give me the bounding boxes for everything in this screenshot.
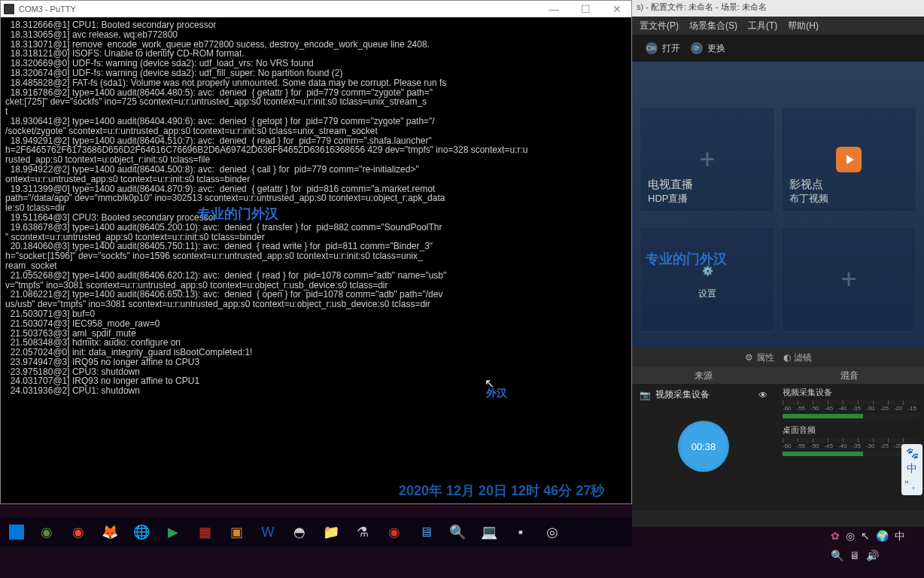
timer-disc: 00:38 [678, 421, 729, 472]
tile-settings[interactable]: ⚙️ 设置 [640, 227, 775, 332]
taskbar-firefox-icon[interactable]: 🦊 [101, 523, 119, 541]
taskbar-bubbles-icon[interactable]: ⚗ [354, 523, 372, 541]
replace-button[interactable]: ⟳更换 [691, 42, 725, 55]
tray-display-icon[interactable]: 🖥 [850, 549, 860, 561]
tray-cursor-icon[interactable]: ↖ [861, 530, 870, 543]
obs-toolbar: OK打开 ⟳更换 [632, 35, 924, 62]
tray-volume-icon[interactable]: 🔊 [866, 549, 879, 561]
comma-icon[interactable]: "， [905, 479, 919, 492]
timestamp-overlay: 2020年 12月 20日 12时 46分 27秒 [399, 482, 604, 500]
putty-window: COM3 - PuTTY — ☐ ✕ 18.312666@1] CPU1: Bo… [0, 0, 632, 504]
taskbar-steam-icon[interactable]: ◓ [290, 523, 309, 541]
preview-area: + 电视直播 HDP直播 影视点 布丁视频 ⚙️ 设置 + [632, 62, 924, 348]
taskbar-putty-icon[interactable]: ▪ [512, 523, 530, 541]
minimize-button[interactable]: — [543, 3, 565, 15]
tile-empty-1[interactable]: + [781, 227, 916, 332]
taskbar-app2-icon[interactable]: ▣ [227, 523, 245, 541]
taskbar-red-icon[interactable]: ◉ [385, 523, 403, 541]
plus-icon: + [840, 263, 856, 295]
camera-icon: 📷 [640, 390, 651, 400]
terminal-output[interactable]: 18.312666@1] CPU1: Booted secondary proc… [1, 17, 631, 399]
putty-titlebar[interactable]: COM3 - PuTTY — ☐ ✕ [1, 1, 631, 17]
gear-icon: ⚙️ [695, 259, 719, 283]
open-button[interactable]: OK打开 [646, 42, 680, 55]
taskbar[interactable]: ◉ ◉ 🦊 🌐 ▶ ▦ ▣ W ◓ 📁 ⚗ ◉ 🖥 🔍 💻 ▪ ◎ [0, 518, 632, 546]
tray-ime[interactable]: 中 [895, 530, 905, 543]
tray-search-icon[interactable]: 🔍 [831, 549, 843, 561]
putty-icon [4, 4, 14, 14]
source-item-video[interactable]: 📷 视频采集设备 👁 [632, 384, 775, 406]
putty-title: COM3 - PuTTY [19, 5, 76, 14]
taskbar-search-icon[interactable]: 🔍 [448, 523, 467, 541]
tray-flower-icon[interactable]: ✿ [831, 530, 840, 543]
tray-globe-icon[interactable]: 🌍 [876, 530, 889, 543]
obs-menubar: 置文件(P) 场景集合(S) 工具(T) 帮助(H) [632, 17, 924, 35]
obs-titlebar[interactable]: s) - 配置文件: 未命名 - 场景: 未命名 [632, 0, 924, 17]
menu-scene-set[interactable]: 场景集合(S) [689, 20, 737, 32]
taskbar-system-icon[interactable]: 💻 [480, 523, 498, 541]
tile-movie[interactable]: 影视点 布丁视频 [781, 107, 916, 212]
menu-help[interactable]: 帮助(H) [788, 20, 819, 32]
maximize-button[interactable]: ☐ [574, 3, 597, 15]
source-header: 来源 [632, 367, 775, 384]
obs-midbar: 属性 滤镜 [632, 348, 924, 367]
taskbar-chrome-icon[interactable]: 🌐 [132, 523, 150, 541]
taskbar-monitor-icon[interactable]: 🖥 [417, 523, 435, 541]
ime-label[interactable]: 中 [907, 462, 917, 476]
mixer-video-src[interactable]: 视频采集设备 -60-55-50-45-40-35-30-25-20-15 [775, 384, 924, 421]
obs-window: s) - 配置文件: 未命名 - 场景: 未命名 置文件(P) 场景集合(S) … [632, 0, 924, 527]
taskbar-word-icon[interactable]: W [259, 523, 277, 541]
side-widget[interactable]: 🐾 中 "， [901, 444, 922, 495]
taskbar-explorer-icon[interactable]: 📁 [322, 523, 340, 541]
mixer-header: 混音 [775, 367, 924, 384]
tray-obs-icon[interactable]: ◎ [846, 530, 855, 543]
system-tray[interactable]: ✿ ◎ ↖ 🌍 中 🔍 🖥 🔊 [826, 525, 924, 578]
attrs-button[interactable]: 属性 [745, 351, 774, 364]
close-button[interactable]: ✕ [606, 3, 628, 15]
start-button[interactable] [9, 525, 24, 540]
taskbar-idm-icon[interactable]: ◉ [38, 523, 56, 541]
play-icon [836, 147, 862, 172]
paw-icon[interactable]: 🐾 [906, 447, 919, 459]
taskbar-media-icon[interactable]: ▶ [164, 523, 182, 541]
taskbar-obs-icon[interactable]: ◎ [543, 523, 561, 541]
taskbar-app-icon[interactable]: ▦ [196, 523, 214, 541]
tile-tv[interactable]: + 电视直播 HDP直播 [640, 107, 775, 212]
plus-icon: + [699, 144, 715, 175]
menu-tools[interactable]: 工具(T) [748, 20, 777, 32]
source-panel: 来源 📷 视频采集设备 👁 00:38 [632, 367, 775, 510]
eye-icon[interactable]: 👁 [758, 390, 767, 400]
menu-scene-file[interactable]: 置文件(P) [640, 20, 679, 32]
taskbar-music-icon[interactable]: ◉ [69, 523, 87, 541]
filter-button[interactable]: 滤镜 [783, 351, 812, 364]
